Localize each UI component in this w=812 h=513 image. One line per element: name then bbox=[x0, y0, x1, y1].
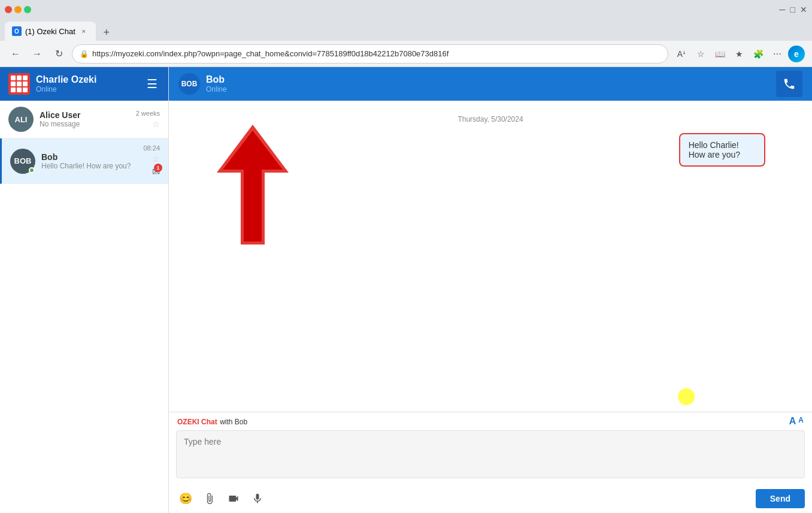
unread-mail-icon-bob: ✉ 1 bbox=[152, 166, 160, 177]
contact-meta-bob: 08:24 ☆ ✉ 1 bbox=[143, 144, 160, 177]
minimize-window-button[interactable] bbox=[14, 6, 22, 13]
contact-time-alice: 2 weeks bbox=[136, 110, 160, 117]
maximize-window-button[interactable] bbox=[24, 6, 31, 13]
reader-view-button[interactable]: 📖 bbox=[711, 46, 728, 62]
address-bar[interactable]: 🔒 https://myozeki.com/index.php?owpn=pag… bbox=[72, 44, 668, 64]
tab-title: (1) Ozeki Chat bbox=[25, 27, 75, 36]
collections-button[interactable]: ★ bbox=[731, 46, 747, 62]
more-tools-button[interactable]: ⋯ bbox=[769, 46, 786, 62]
new-tab-button[interactable]: + bbox=[98, 24, 115, 41]
chat-area: BOB Bob Online Thursday, 5/30/2024 Hello… bbox=[169, 67, 812, 513]
sidebar-header: Charlie Ozeki Online ☰ bbox=[0, 67, 168, 101]
close-window-button[interactable] bbox=[5, 6, 12, 13]
sidebar-menu-button[interactable]: ☰ bbox=[144, 74, 160, 93]
footer-with-text: with Bob bbox=[220, 418, 247, 426]
contact-preview-alice: No message bbox=[40, 120, 130, 128]
window-controls-right: ─ □ ✕ bbox=[780, 5, 807, 14]
close-icon[interactable]: ✕ bbox=[800, 5, 807, 14]
chat-header-info: Bob Online bbox=[206, 74, 770, 93]
message-row-1: Hello Charlie! How are you? 08:24 bbox=[178, 133, 802, 167]
sidebar-user-name: Charlie Ozeki bbox=[36, 74, 138, 85]
star-icon-bob[interactable]: ☆ bbox=[152, 154, 160, 164]
sidebar-user-block: Charlie Ozeki Online bbox=[36, 74, 138, 93]
nav-back-button[interactable]: ← bbox=[7, 46, 24, 62]
url-text: https://myozeki.com/index.php?owpn=page_… bbox=[92, 49, 449, 58]
font-size-controls: A A bbox=[789, 416, 804, 427]
avatar-bob: BOB bbox=[10, 149, 35, 174]
phone-icon bbox=[783, 77, 796, 90]
contact-meta-alice: 2 weeks ☆ bbox=[136, 110, 160, 129]
avatar-alice: ALI bbox=[8, 107, 34, 132]
favorites-button[interactable]: ☆ bbox=[692, 46, 709, 62]
ozeki-chat-label: OZEKI Chat with Bob bbox=[177, 416, 247, 427]
read-aloud-button[interactable]: Aꜜ bbox=[673, 46, 690, 62]
chat-header: BOB Bob Online bbox=[169, 67, 812, 101]
extensions-button[interactable]: 🧩 bbox=[750, 46, 766, 62]
chat-footer-label-row: OZEKI Chat with Bob A A bbox=[169, 412, 812, 430]
app-logo bbox=[8, 73, 30, 95]
contact-time-bob: 08:24 bbox=[143, 144, 160, 152]
font-size-small-button[interactable]: A bbox=[798, 416, 804, 427]
chat-header-name: Bob bbox=[206, 74, 770, 85]
call-button[interactable] bbox=[776, 71, 802, 97]
edge-browser-icon: e bbox=[788, 46, 805, 62]
title-bar-left bbox=[5, 6, 31, 13]
cursor-highlight bbox=[678, 388, 695, 405]
browser-actions: Aꜜ ☆ 📖 ★ 🧩 ⋯ e bbox=[673, 46, 805, 62]
restore-icon[interactable]: □ bbox=[790, 5, 795, 14]
emoji-button[interactable]: 😊 bbox=[176, 489, 195, 508]
ozeki-label-text: OZEKI Chat bbox=[177, 418, 217, 426]
minimize-icon[interactable]: ─ bbox=[780, 5, 786, 14]
online-indicator-bob bbox=[29, 167, 35, 173]
date-divider: Thursday, 5/30/2024 bbox=[178, 115, 802, 123]
message-input-area bbox=[169, 430, 812, 485]
traffic-lights bbox=[5, 6, 31, 13]
contact-info-alice: Alice User No message bbox=[40, 110, 130, 128]
tab-favicon: O bbox=[12, 26, 22, 36]
message-input[interactable] bbox=[176, 430, 805, 478]
browser-chrome: ─ □ ✕ O (1) Ozeki Chat × + ← → ↻ 🔒 https… bbox=[0, 0, 812, 67]
tab-bar: O (1) Ozeki Chat × + bbox=[0, 19, 812, 41]
contact-info-bob: Bob Hello Charlie! How are you? bbox=[41, 152, 137, 170]
star-icon-alice[interactable]: ☆ bbox=[152, 119, 160, 129]
mic-button[interactable] bbox=[248, 489, 267, 508]
ssl-lock-icon: 🔒 bbox=[80, 50, 89, 58]
message-text-1: Hello Charlie! How are you? bbox=[689, 140, 740, 159]
contact-preview-bob: Hello Charlie! How are you? bbox=[41, 162, 137, 170]
browser-tab-active[interactable]: O (1) Ozeki Chat × bbox=[5, 22, 96, 41]
app-container: Charlie Ozeki Online ☰ ALI Alice User No… bbox=[0, 67, 812, 513]
contact-name-bob: Bob bbox=[41, 152, 137, 162]
attach-button[interactable] bbox=[200, 489, 219, 508]
chat-header-avatar: BOB bbox=[178, 73, 200, 95]
font-size-large-button[interactable]: A bbox=[789, 416, 796, 427]
contact-name-alice: Alice User bbox=[40, 110, 130, 120]
send-button[interactable]: Send bbox=[756, 489, 805, 508]
chat-footer: OZEKI Chat with Bob A A 😊 bbox=[169, 412, 812, 513]
contact-item-bob[interactable]: BOB Bob Hello Charlie! How are you? 08:2… bbox=[0, 138, 168, 184]
chat-actions-bar: 😊 Send bbox=[169, 485, 812, 513]
contact-item-alice[interactable]: ALI Alice User No message 2 weeks ☆ bbox=[0, 101, 168, 138]
message-bubble-1: Hello Charlie! How are you? bbox=[679, 133, 765, 167]
nav-forward-button[interactable]: → bbox=[29, 46, 46, 62]
sidebar-user-status: Online bbox=[36, 85, 138, 93]
chat-header-status: Online bbox=[206, 85, 770, 93]
title-bar: ─ □ ✕ bbox=[0, 0, 812, 19]
messages-area[interactable]: Thursday, 5/30/2024 Hello Charlie! How a… bbox=[169, 101, 812, 412]
contact-list: ALI Alice User No message 2 weeks ☆ BOB … bbox=[0, 101, 168, 513]
nav-refresh-button[interactable]: ↻ bbox=[50, 46, 67, 62]
unread-count-badge-bob: 1 bbox=[154, 164, 162, 172]
tab-close-button[interactable]: × bbox=[79, 26, 89, 36]
message-wrapper-1: Hello Charlie! How are you? 08:24 bbox=[679, 133, 802, 167]
sidebar: Charlie Ozeki Online ☰ ALI Alice User No… bbox=[0, 67, 169, 513]
address-bar-row: ← → ↻ 🔒 https://myozeki.com/index.php?ow… bbox=[0, 41, 812, 67]
video-button[interactable] bbox=[224, 489, 243, 508]
